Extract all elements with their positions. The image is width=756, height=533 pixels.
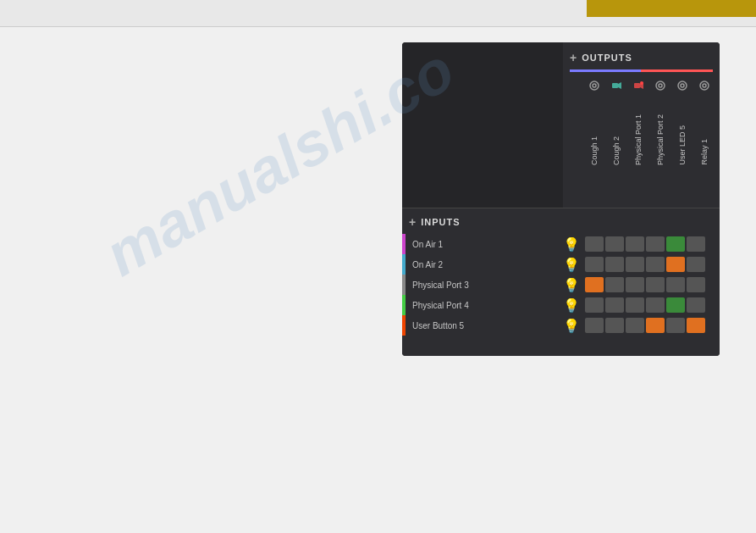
grid-row-3 — [580, 277, 710, 292]
input-icon-4: 💡 — [563, 295, 580, 315]
output-col-label-4: Physical Port 2 — [650, 97, 670, 165]
svg-point-7 — [656, 81, 665, 90]
input-icon-2: 💡 — [563, 254, 580, 275]
grid-row-2 — [580, 257, 710, 272]
top-bar — [0, 0, 756, 27]
svg-point-11 — [700, 81, 709, 90]
grid-cell-1-1[interactable] — [585, 236, 604, 252]
inputs-add-icon[interactable]: + — [409, 215, 416, 229]
main-panel: + OUTPUTS — [402, 42, 720, 356]
output-icon-2 — [606, 77, 626, 94]
svg-point-12 — [703, 84, 706, 87]
grid-cell-5-4[interactable] — [646, 318, 665, 333]
output-labels-row: Cough 1 Cough 2 Physical Port 1 Physical… — [563, 94, 720, 169]
output-col-label-6: Relay 1 — [694, 97, 715, 165]
output-col-label-5: User LED 5 — [672, 97, 693, 165]
output-col-label-3: Physical Port 1 — [628, 97, 648, 165]
input-label-3: Physical Port 3 — [406, 280, 563, 290]
output-icon-1 — [584, 77, 604, 94]
grid-cell-3-3[interactable] — [626, 277, 644, 292]
input-row-4: Physical Port 4 💡 — [402, 295, 720, 315]
input-icon-1: 💡 — [563, 234, 580, 254]
grid-cell-3-6[interactable] — [687, 277, 705, 292]
input-icon-3: 💡 — [563, 275, 580, 295]
grid-cell-4-1[interactable] — [585, 297, 604, 313]
grid-row-5 — [580, 318, 710, 333]
svg-point-6 — [640, 81, 643, 85]
grid-cell-2-2[interactable] — [605, 257, 624, 272]
grid-cell-5-2[interactable] — [605, 318, 624, 333]
grid-cell-1-2[interactable] — [605, 236, 624, 252]
grid-cell-5-3[interactable] — [626, 318, 644, 333]
output-icon-6 — [694, 77, 715, 94]
left-top-area — [402, 42, 563, 220]
grid-cell-3-1[interactable] — [585, 277, 604, 292]
svg-point-8 — [659, 84, 662, 87]
grid-cell-2-6[interactable] — [687, 257, 705, 272]
input-row-2: On Air 2 💡 — [402, 254, 720, 275]
grid-cell-4-3[interactable] — [626, 297, 644, 313]
outputs-header: + OUTPUTS — [563, 42, 720, 69]
svg-marker-3 — [618, 82, 621, 89]
output-icon-4 — [650, 77, 670, 94]
svg-point-10 — [681, 84, 684, 87]
svg-rect-4 — [634, 83, 640, 88]
input-label-2: On Air 2 — [406, 260, 563, 269]
output-icon-3 — [628, 77, 648, 94]
input-row-3: Physical Port 3 💡 — [402, 275, 720, 295]
output-col-label-2: Cough 2 — [606, 97, 626, 165]
svg-point-9 — [678, 81, 687, 90]
input-label-1: On Air 1 — [406, 240, 563, 249]
output-icons-row — [563, 72, 720, 94]
grid-cell-1-6[interactable] — [687, 236, 705, 252]
top-bar-accent — [587, 0, 756, 17]
inputs-title: INPUTS — [421, 217, 460, 227]
grid-cell-3-5[interactable] — [666, 277, 685, 292]
grid-cell-2-4[interactable] — [646, 257, 665, 272]
grid-cell-1-5[interactable] — [666, 236, 685, 252]
outputs-add-icon[interactable]: + — [570, 51, 577, 64]
inputs-grid-section: + INPUTS On Air 1 💡 On Air 2 💡 — [402, 208, 720, 356]
grid-row-4 — [580, 297, 710, 313]
input-row-5: User Button 5 💡 — [402, 315, 720, 336]
outputs-title: OUTPUTS — [582, 53, 632, 63]
output-col-label-1: Cough 1 — [584, 97, 604, 165]
svg-rect-2 — [612, 83, 618, 88]
outputs-section: + OUTPUTS — [563, 42, 720, 169]
grid-cell-4-5[interactable] — [666, 297, 685, 313]
input-label-5: User Button 5 — [406, 321, 563, 330]
input-label-4: Physical Port 4 — [406, 301, 563, 310]
grid-cell-2-3[interactable] — [626, 257, 644, 272]
grid-cell-1-3[interactable] — [626, 236, 644, 252]
grid-cell-3-4[interactable] — [646, 277, 665, 292]
grid-cell-5-1[interactable] — [585, 318, 604, 333]
grid-cell-5-6[interactable] — [687, 318, 705, 333]
inputs-header: + INPUTS — [402, 208, 720, 234]
grid-cell-3-2[interactable] — [605, 277, 624, 292]
grid-cell-4-6[interactable] — [687, 297, 705, 313]
output-icon-5 — [672, 77, 693, 94]
input-row-1: On Air 1 💡 — [402, 234, 720, 254]
grid-cell-2-1[interactable] — [585, 257, 604, 272]
svg-point-1 — [593, 84, 596, 87]
grid-cell-5-5[interactable] — [666, 318, 685, 333]
grid-cell-4-2[interactable] — [605, 297, 624, 313]
input-icon-5: 💡 — [563, 315, 580, 336]
svg-point-0 — [590, 81, 599, 90]
grid-cell-4-4[interactable] — [646, 297, 665, 313]
grid-cell-2-5[interactable] — [666, 257, 685, 272]
grid-cell-1-4[interactable] — [646, 236, 665, 252]
grid-row-1 — [580, 236, 710, 252]
